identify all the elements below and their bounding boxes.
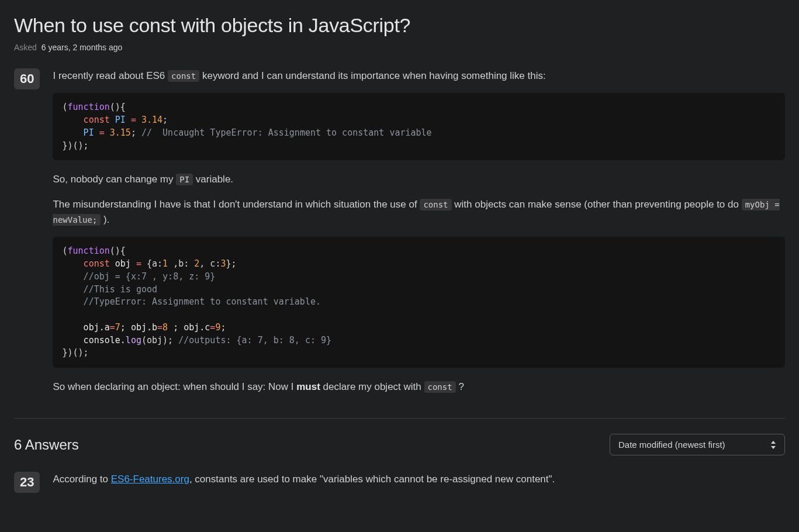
- emphasis: must: [296, 381, 320, 392]
- answers-count: 6 Answers: [14, 437, 79, 453]
- text: ?: [456, 381, 464, 392]
- text: declare my object with: [320, 381, 424, 392]
- question-title: When to use const with objects in JavaSc…: [14, 14, 785, 37]
- text: The misunderstanding I have is that I do…: [53, 199, 420, 210]
- answer-1: 23 According to ES6-Features.org, consta…: [14, 472, 785, 496]
- inline-code: const: [424, 381, 456, 393]
- answers-header: 6 Answers Date modified (newest first): [14, 434, 785, 455]
- sort-selected-label: Date modified (newest first): [618, 440, 725, 450]
- answer-score[interactable]: 23: [14, 472, 40, 493]
- chevron-updown-icon: [770, 441, 776, 449]
- es6-features-link[interactable]: ES6-Features.org: [111, 474, 189, 485]
- text: keyword and I can understand its importa…: [199, 70, 546, 81]
- question-p2: So, nobody can change my PI variable.: [53, 172, 785, 187]
- answer-body: According to ES6-Features.org, constants…: [53, 472, 785, 496]
- question-post: 60 I recently read about ES6 const keywo…: [14, 68, 785, 404]
- code-block-2[interactable]: (function(){ const obj = {a:1 ,b: 2, c:3…: [53, 237, 785, 368]
- text: According to: [53, 474, 110, 485]
- text: , constants are used to make "variables …: [189, 474, 555, 485]
- text: So, nobody can change my: [53, 174, 176, 185]
- question-score[interactable]: 60: [14, 68, 40, 89]
- inline-code: PI: [176, 174, 193, 185]
- text: I recently read about ES6: [53, 70, 168, 81]
- text: variable.: [193, 174, 233, 185]
- code-block-1[interactable]: (function(){ const PI = 3.14; PI = 3.15;…: [53, 93, 785, 160]
- answer-p1: According to ES6-Features.org, constants…: [53, 472, 785, 487]
- asked-label: Asked: [14, 43, 37, 52]
- text: ).: [101, 214, 109, 225]
- text: with objects can make sense (other than …: [452, 199, 742, 210]
- sort-dropdown[interactable]: Date modified (newest first): [610, 434, 785, 455]
- asked-value: 6 years, 2 months ago: [41, 43, 123, 52]
- inline-code: const: [168, 70, 199, 82]
- inline-code: const: [420, 199, 451, 210]
- question-meta: Asked 6 years, 2 months ago: [14, 43, 785, 52]
- text: So when declaring an object: when should…: [53, 381, 296, 392]
- question-p3: The misunderstanding I have is that I do…: [53, 197, 785, 228]
- question-p1: I recently read about ES6 const keyword …: [53, 68, 785, 84]
- divider: [14, 418, 785, 419]
- question-body: I recently read about ES6 const keyword …: [53, 68, 785, 404]
- question-p4: So when declaring an object: when should…: [53, 379, 785, 395]
